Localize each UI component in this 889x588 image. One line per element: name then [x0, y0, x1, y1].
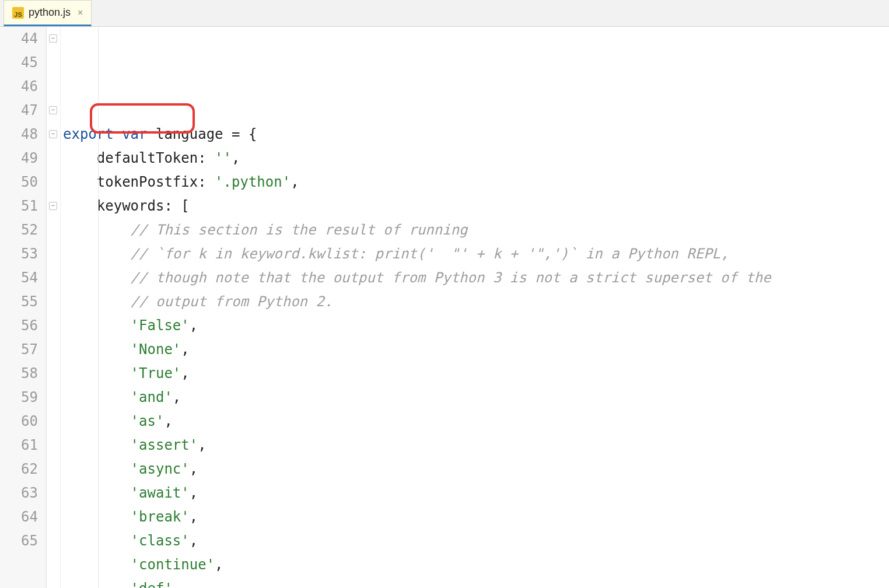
- code-line[interactable]: // This section is the result of running: [63, 218, 889, 242]
- code-token: 'and': [131, 389, 173, 405]
- code-line[interactable]: 'class',: [63, 529, 889, 553]
- code-token: 'class': [131, 533, 190, 549]
- line-number: 54: [0, 266, 38, 290]
- tab-bar: JS python.js ×: [0, 0, 889, 27]
- fold-toggle-icon[interactable]: −: [49, 202, 57, 210]
- code-line[interactable]: 'async',: [63, 457, 889, 481]
- code-token: var: [122, 126, 147, 142]
- code-token: 'None': [131, 341, 181, 358]
- code-token: ,: [173, 389, 181, 405]
- code-token: '': [215, 150, 232, 166]
- code-line[interactable]: 'break',: [63, 505, 889, 529]
- code-line[interactable]: export var language = {: [63, 123, 889, 146]
- code-token: ,: [190, 533, 198, 549]
- close-icon[interactable]: ×: [78, 8, 83, 18]
- line-number: 51: [0, 194, 38, 218]
- code-token: ,: [164, 413, 172, 429]
- code-token: tokenPostfix: [97, 174, 198, 190]
- code-token: ,: [190, 317, 198, 334]
- line-number: 55: [0, 290, 38, 314]
- code-token: 'False': [131, 317, 190, 334]
- code-token: = {: [223, 126, 257, 142]
- code-token: ,: [232, 150, 240, 166]
- code-editor[interactable]: 4445464748495051525354555657585960616263…: [0, 27, 889, 588]
- code-token: 'await': [131, 485, 190, 501]
- code-token: ,: [190, 461, 198, 477]
- line-number: 56: [0, 314, 38, 338]
- code-line[interactable]: 'continue',: [63, 553, 889, 577]
- code-token: // This section is the result of running: [131, 222, 468, 238]
- code-line[interactable]: // output from Python 2.: [63, 290, 889, 314]
- fold-toggle-icon[interactable]: −: [49, 106, 57, 114]
- line-number: 65: [0, 529, 38, 553]
- fold-toggle-icon[interactable]: −: [49, 34, 57, 43]
- code-line[interactable]: // `for k in keyword.kwlist: print(' "' …: [63, 242, 889, 266]
- code-line[interactable]: tokenPostfix: '.python',: [63, 170, 889, 194]
- code-line[interactable]: 'False',: [63, 314, 889, 338]
- code-token: 'def': [131, 580, 173, 588]
- code-token: ,: [198, 437, 206, 453]
- fold-toggle-icon[interactable]: −: [49, 130, 57, 138]
- indent-guide: [98, 27, 99, 588]
- code-area[interactable]: export var language = { defaultToken: ''…: [61, 27, 889, 588]
- code-token: defaultToken: [97, 150, 198, 166]
- code-token: ,: [190, 485, 198, 501]
- code-line[interactable]: 'as',: [63, 410, 889, 433]
- code-token: ,: [173, 580, 181, 588]
- code-token: ,: [290, 174, 299, 190]
- code-token: language: [156, 126, 223, 142]
- js-file-icon: JS: [12, 7, 24, 19]
- tab-filename: python.js: [29, 6, 71, 19]
- code-token: export: [63, 126, 114, 142]
- line-number: 49: [0, 146, 38, 170]
- line-number: 59: [0, 386, 38, 410]
- code-token: 'True': [131, 365, 181, 382]
- code-token: '.python': [215, 174, 290, 190]
- line-number: 46: [0, 75, 38, 99]
- code-token: 'continue': [131, 556, 215, 573]
- line-number: 63: [0, 481, 38, 505]
- code-token: [114, 126, 122, 142]
- code-token: :: [198, 150, 215, 166]
- code-token: [148, 126, 156, 142]
- code-line[interactable]: 'True',: [63, 362, 889, 386]
- code-line[interactable]: // though note that the output from Pyth…: [63, 266, 889, 290]
- code-token: 'break': [131, 509, 190, 525]
- code-token: ,: [190, 509, 198, 525]
- code-line[interactable]: 'await',: [63, 481, 889, 505]
- line-number: 62: [0, 457, 38, 481]
- fold-column: −−−−: [47, 27, 61, 588]
- line-number: 53: [0, 242, 38, 266]
- code-line[interactable]: keywords: [: [63, 194, 889, 218]
- line-number: 50: [0, 170, 38, 194]
- line-number-gutter: 4445464748495051525354555657585960616263…: [0, 27, 47, 588]
- line-number: 58: [0, 362, 38, 386]
- code-token: ,: [181, 341, 189, 358]
- code-token: 'assert': [131, 437, 198, 453]
- code-line[interactable]: defaultToken: '',: [63, 146, 889, 170]
- line-number: 52: [0, 218, 38, 242]
- code-token: ,: [215, 556, 223, 573]
- code-line[interactable]: 'assert',: [63, 433, 889, 457]
- code-token: // `for k in keyword.kwlist: print(' "' …: [131, 246, 729, 262]
- code-line[interactable]: 'and',: [63, 386, 889, 410]
- code-line[interactable]: 'None',: [63, 338, 889, 362]
- line-number: 44: [0, 27, 38, 51]
- tab-python-js[interactable]: JS python.js ×: [4, 0, 92, 26]
- line-number: 57: [0, 338, 38, 362]
- line-number: 61: [0, 433, 38, 457]
- code-token: 'async': [131, 461, 190, 477]
- line-number: 45: [0, 51, 38, 75]
- code-token: ,: [181, 365, 189, 382]
- line-number: 47: [0, 99, 38, 123]
- code-token: : [: [164, 198, 189, 214]
- code-token: 'as': [131, 413, 164, 429]
- line-number: 60: [0, 410, 38, 433]
- code-token: keywords: [97, 198, 164, 214]
- code-token: // output from Python 2.: [131, 293, 333, 310]
- code-line[interactable]: 'def',: [63, 577, 889, 588]
- code-token: :: [198, 174, 215, 190]
- code-token: // though note that the output from Pyth…: [131, 270, 771, 286]
- line-number: 48: [0, 123, 38, 146]
- line-number: 64: [0, 505, 38, 529]
